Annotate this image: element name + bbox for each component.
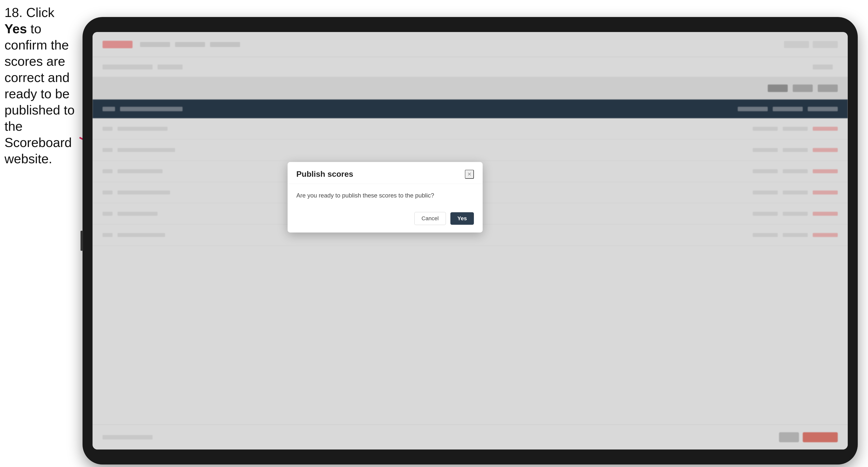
bold-yes: Yes <box>4 22 27 36</box>
step-number: 18. <box>4 5 23 20</box>
cancel-button[interactable]: Cancel <box>414 212 446 225</box>
modal-overlay <box>93 32 848 449</box>
instruction-text: 18. Click Yes to confirm the scores are … <box>4 4 77 167</box>
tablet-device: Publish scores × Are you ready to publis… <box>83 17 858 465</box>
instruction-text1: Click <box>23 5 54 20</box>
dialog-title: Publish scores <box>296 169 353 179</box>
dialog-footer: Cancel Yes <box>287 207 483 232</box>
dialog-body: Are you ready to publish these scores to… <box>287 184 483 207</box>
tablet-side-button <box>81 231 83 251</box>
instruction-text2: to confirm the scores are correct and re… <box>4 22 74 166</box>
dialog-message: Are you ready to publish these scores to… <box>296 191 474 200</box>
yes-button[interactable]: Yes <box>451 212 474 225</box>
dialog-close-button[interactable]: × <box>465 170 474 179</box>
publish-scores-dialog: Publish scores × Are you ready to publis… <box>287 162 483 232</box>
tablet-screen: Publish scores × Are you ready to publis… <box>93 32 848 449</box>
dialog-header: Publish scores × <box>287 162 483 184</box>
